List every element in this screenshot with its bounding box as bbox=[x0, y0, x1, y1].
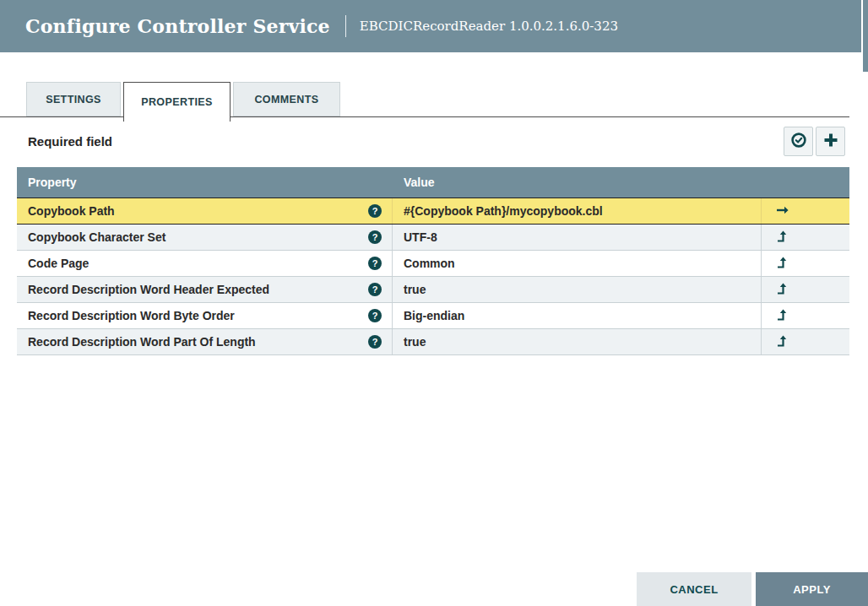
question-circle-icon[interactable]: ? bbox=[368, 257, 382, 270]
dialog-title: Configure Controller Service bbox=[25, 15, 330, 37]
dialog-edge-seam bbox=[861, 0, 863, 572]
verify-properties-button[interactable] bbox=[784, 127, 813, 156]
question-circle-icon[interactable]: ? bbox=[368, 309, 382, 322]
arrow-right-icon[interactable] bbox=[775, 204, 790, 219]
table-header-row: Property Value bbox=[17, 167, 849, 197]
apply-button[interactable]: APPLY bbox=[756, 572, 868, 606]
property-value[interactable]: Big-endian bbox=[393, 303, 762, 328]
property-name: Record Description Word Byte Order bbox=[28, 309, 235, 322]
cancel-button[interactable]: CANCEL bbox=[637, 572, 751, 606]
tab-comments-label: COMMENTS bbox=[254, 94, 318, 106]
table-row[interactable]: Record Description Word Header Expected … bbox=[17, 277, 849, 303]
properties-action-row: Required field bbox=[0, 127, 849, 156]
property-name: Copybook Path bbox=[28, 204, 115, 218]
properties-table: Property Value Copybook Path ? #{Copyboo… bbox=[17, 167, 849, 355]
tab-comments[interactable]: COMMENTS bbox=[233, 82, 340, 116]
level-up-arrow-icon[interactable] bbox=[775, 282, 789, 298]
cancel-button-label: CANCEL bbox=[670, 583, 718, 596]
table-row[interactable]: Copybook Path ? #{Copybook Path}/mycopyb… bbox=[17, 197, 849, 225]
add-property-button[interactable] bbox=[816, 127, 845, 156]
tab-settings[interactable]: SETTINGS bbox=[26, 82, 121, 116]
property-name: Code Page bbox=[28, 257, 89, 270]
property-name: Record Description Word Part Of Length bbox=[28, 335, 256, 349]
property-value[interactable]: true bbox=[393, 277, 762, 302]
plus-icon bbox=[822, 132, 839, 152]
required-field-label: Required field bbox=[28, 134, 112, 149]
question-circle-icon[interactable]: ? bbox=[368, 335, 382, 349]
dialog-subtitle: EBCDICRecordReader 1.0.0.2.1.6.0-323 bbox=[360, 19, 618, 34]
question-circle-icon[interactable]: ? bbox=[368, 283, 382, 296]
background-edge-top bbox=[863, 0, 868, 72]
configure-controller-service-dialog: Configure Controller Service EBCDICRecor… bbox=[0, 0, 868, 606]
table-row[interactable]: Copybook Character Set ? UTF-8 bbox=[17, 225, 849, 251]
level-up-arrow-icon[interactable] bbox=[775, 256, 789, 272]
tab-properties[interactable]: PROPERTIES bbox=[123, 82, 231, 122]
property-name: Copybook Character Set bbox=[28, 230, 165, 244]
title-divider bbox=[345, 15, 346, 37]
tab-bar: SETTINGS PROPERTIES COMMENTS bbox=[0, 82, 849, 122]
level-up-arrow-icon[interactable] bbox=[775, 334, 789, 350]
question-circle-icon[interactable]: ? bbox=[368, 230, 382, 244]
background-edge-strip bbox=[863, 0, 868, 572]
tab-properties-label: PROPERTIES bbox=[141, 96, 213, 108]
column-header-value: Value bbox=[393, 176, 762, 189]
property-name: Record Description Word Header Expected bbox=[28, 283, 269, 296]
property-value[interactable]: UTF-8 bbox=[393, 225, 762, 250]
level-up-arrow-icon[interactable] bbox=[775, 308, 789, 324]
level-up-arrow-icon[interactable] bbox=[775, 230, 789, 246]
check-circle-icon bbox=[790, 132, 807, 152]
property-value[interactable]: true bbox=[393, 329, 762, 354]
table-row[interactable]: Record Description Word Part Of Length ?… bbox=[17, 329, 849, 355]
property-value[interactable]: Common bbox=[393, 251, 762, 276]
apply-button-label: APPLY bbox=[793, 583, 831, 596]
property-value[interactable]: #{Copybook Path}/mycopybook.cbl bbox=[393, 198, 762, 224]
dialog-header: Configure Controller Service EBCDICRecor… bbox=[0, 0, 868, 52]
question-circle-icon[interactable]: ? bbox=[368, 204, 382, 218]
table-row[interactable]: Code Page ? Common bbox=[17, 251, 849, 277]
table-row[interactable]: Record Description Word Byte Order ? Big… bbox=[17, 303, 849, 329]
column-header-property: Property bbox=[17, 176, 393, 189]
tab-settings-label: SETTINGS bbox=[46, 94, 101, 106]
